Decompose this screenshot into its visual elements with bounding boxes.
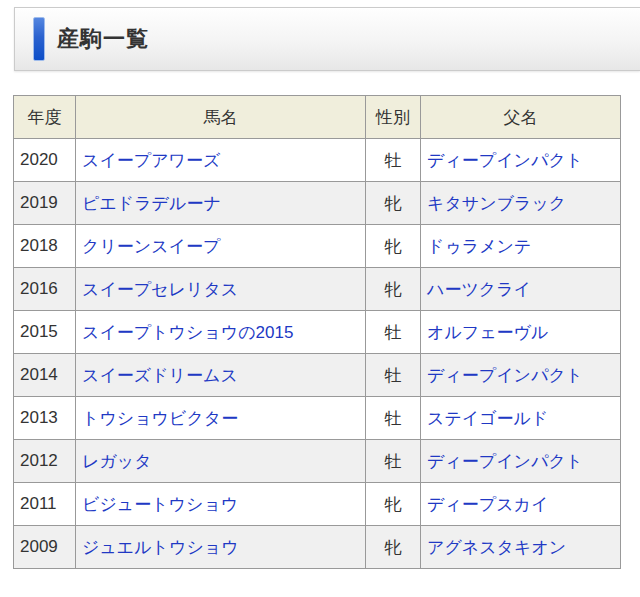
- table-row: 2009 ジュエルトウショウ 牝 アグネスタキオン: [14, 526, 621, 569]
- sire-cell: ドゥラメンテ: [421, 225, 621, 268]
- year-cell: 2018: [14, 225, 76, 268]
- sire-name-link[interactable]: アグネスタキオン: [427, 538, 566, 557]
- offspring-table: 年度 馬名 性別 父名 2020 スイープアワーズ 牡 ディープインパクト 20…: [13, 95, 621, 569]
- sire-name-link[interactable]: ディープインパクト: [427, 151, 583, 170]
- year-cell: 2020: [14, 139, 76, 182]
- name-cell: スイープアワーズ: [76, 139, 366, 182]
- name-cell: スイープトウショウの2015: [76, 311, 366, 354]
- sex-cell: 牡: [366, 354, 421, 397]
- sire-name-link[interactable]: ステイゴールド: [427, 409, 548, 428]
- year-cell: 2015: [14, 311, 76, 354]
- column-header-sire: 父名: [421, 96, 621, 139]
- year-cell: 2012: [14, 440, 76, 483]
- page-title: 産駒一覧: [57, 24, 149, 54]
- sire-cell: ハーツクライ: [421, 268, 621, 311]
- table-row: 2015 スイープトウショウの2015 牡 オルフェーヴル: [14, 311, 621, 354]
- sire-cell: オルフェーヴル: [421, 311, 621, 354]
- sex-cell: 牡: [366, 311, 421, 354]
- horse-name-link[interactable]: スイープトウショウの2015: [82, 323, 293, 342]
- name-cell: レガッタ: [76, 440, 366, 483]
- year-cell: 2011: [14, 483, 76, 526]
- table-row: 2018 クリーンスイープ 牝 ドゥラメンテ: [14, 225, 621, 268]
- table-header-row: 年度 馬名 性別 父名: [14, 96, 621, 139]
- name-cell: ピエドラデルーナ: [76, 182, 366, 225]
- name-cell: ジュエルトウショウ: [76, 526, 366, 569]
- sire-name-link[interactable]: ディープインパクト: [427, 452, 583, 471]
- year-cell: 2016: [14, 268, 76, 311]
- horse-name-link[interactable]: スイーズドリームス: [82, 366, 238, 385]
- name-cell: ビジュートウショウ: [76, 483, 366, 526]
- name-cell: スイーズドリームス: [76, 354, 366, 397]
- accent-bar-icon: [33, 17, 45, 61]
- name-cell: クリーンスイープ: [76, 225, 366, 268]
- sex-cell: 牡: [366, 139, 421, 182]
- table-row: 2012 レガッタ 牡 ディープインパクト: [14, 440, 621, 483]
- horse-name-link[interactable]: トウショウビクター: [82, 409, 238, 428]
- year-cell: 2013: [14, 397, 76, 440]
- year-cell: 2014: [14, 354, 76, 397]
- table-row: 2019 ピエドラデルーナ 牝 キタサンブラック: [14, 182, 621, 225]
- sex-cell: 牡: [366, 397, 421, 440]
- name-cell: トウショウビクター: [76, 397, 366, 440]
- horse-name-link[interactable]: レガッタ: [82, 452, 152, 471]
- sex-cell: 牝: [366, 268, 421, 311]
- sire-name-link[interactable]: ハーツクライ: [427, 280, 531, 299]
- sire-cell: ステイゴールド: [421, 397, 621, 440]
- table-row: 2014 スイーズドリームス 牡 ディープインパクト: [14, 354, 621, 397]
- name-cell: スイープセレリタス: [76, 268, 366, 311]
- horse-name-link[interactable]: クリーンスイープ: [82, 237, 220, 256]
- sire-cell: アグネスタキオン: [421, 526, 621, 569]
- sex-cell: 牝: [366, 182, 421, 225]
- sire-cell: ディープインパクト: [421, 139, 621, 182]
- table-row: 2016 スイープセレリタス 牝 ハーツクライ: [14, 268, 621, 311]
- sire-name-link[interactable]: ディープスカイ: [427, 495, 548, 514]
- sex-cell: 牝: [366, 225, 421, 268]
- horse-name-link[interactable]: ビジュートウショウ: [82, 495, 238, 514]
- table-row: 2011 ビジュートウショウ 牝 ディープスカイ: [14, 483, 621, 526]
- section-header: 産駒一覧: [14, 7, 640, 71]
- sire-cell: ディープインパクト: [421, 354, 621, 397]
- sire-name-link[interactable]: キタサンブラック: [427, 194, 566, 213]
- horse-name-link[interactable]: スイープアワーズ: [82, 151, 220, 170]
- sire-name-link[interactable]: ディープインパクト: [427, 366, 583, 385]
- sire-cell: キタサンブラック: [421, 182, 621, 225]
- horse-name-link[interactable]: ピエドラデルーナ: [82, 194, 221, 213]
- sire-name-link[interactable]: オルフェーヴル: [427, 323, 548, 342]
- sire-cell: ディープインパクト: [421, 440, 621, 483]
- sex-cell: 牝: [366, 526, 421, 569]
- sire-cell: ディープスカイ: [421, 483, 621, 526]
- column-header-name: 馬名: [76, 96, 366, 139]
- horse-name-link[interactable]: スイープセレリタス: [82, 280, 238, 299]
- column-header-sex: 性別: [366, 96, 421, 139]
- year-cell: 2019: [14, 182, 76, 225]
- sex-cell: 牡: [366, 440, 421, 483]
- column-header-year: 年度: [14, 96, 76, 139]
- sire-name-link[interactable]: ドゥラメンテ: [427, 237, 531, 256]
- sex-cell: 牝: [366, 483, 421, 526]
- horse-name-link[interactable]: ジュエルトウショウ: [82, 538, 239, 557]
- year-cell: 2009: [14, 526, 76, 569]
- table-row: 2020 スイープアワーズ 牡 ディープインパクト: [14, 139, 621, 182]
- table-row: 2013 トウショウビクター 牡 ステイゴールド: [14, 397, 621, 440]
